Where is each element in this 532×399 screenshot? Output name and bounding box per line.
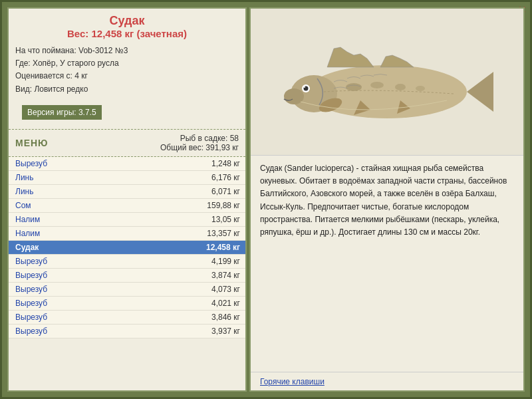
svg-marker-8 [380, 55, 414, 67]
table-row[interactable]: Вырезуб 3,846 кг [9, 311, 245, 325]
fish-list[interactable]: Вырезуб 1,248 кг Линь 6,176 кг Линь 6,07… [9, 157, 245, 390]
version-box: Версия игры: 3.7.5 [22, 105, 102, 120]
hotkeys-link[interactable]: Горячие клавиши [260, 377, 325, 386]
fish-item-weight: 3,846 кг [211, 313, 240, 322]
fish-item-weight: 6,071 кг [211, 187, 240, 196]
left-panel: Судак Вес: 12,458 кг (зачетная) На что п… [7, 7, 247, 392]
svg-point-6 [304, 86, 305, 88]
fish-item-weight: 6,176 кг [211, 173, 240, 182]
fish-details: На что поймана: Vob-3012 №3 Где: Хопёр, … [9, 42, 245, 101]
fish-count: Рыб в садке: 58 [160, 134, 239, 143]
table-row[interactable]: Вырезуб 4,073 кг [9, 283, 245, 297]
hotkeys-link-area: Горячие клавиши [251, 372, 523, 390]
fish-stats: Рыб в садке: 58 Общий вес: 391,93 кг [160, 134, 239, 152]
fish-item-name: Судак [15, 243, 39, 252]
fish-item-name: Вырезуб [15, 285, 47, 294]
svg-point-12 [346, 83, 362, 91]
svg-marker-7 [327, 47, 374, 67]
fish-item-name: Вырезуб [15, 299, 47, 308]
detail-bait: На что поймана: Vob-3012 №3 [15, 45, 239, 57]
fish-item-weight: 13,357 кг [207, 229, 240, 238]
fish-item-weight: 13,05 кг [211, 215, 240, 224]
menu-label[interactable]: МЕНЮ [15, 138, 49, 148]
fish-item-name: Вырезуб [15, 327, 47, 336]
table-row[interactable]: Вырезуб 4,199 кг [9, 255, 245, 269]
table-row[interactable]: Вырезуб 3,937 кг [9, 325, 245, 338]
detail-frequency: Вид: Ловится редко [15, 83, 239, 96]
svg-point-13 [370, 82, 384, 88]
table-row[interactable]: Сом 159,88 кг [9, 199, 245, 213]
total-weight: Общий вес: 391,93 кг [160, 143, 239, 152]
table-row[interactable]: Судак 12,458 кг [9, 241, 245, 255]
fish-item-name: Сом [15, 201, 31, 210]
fish-list-container: Вырезуб 1,248 кг Линь 6,176 кг Линь 6,07… [9, 157, 245, 390]
fish-name: Судак [15, 14, 239, 28]
fish-item-name: Вырезуб [15, 159, 47, 168]
main-window: ✕ Судак Вес: 12,458 кг (зачетная) На что… [0, 0, 532, 399]
fish-item-weight: 159,88 кг [207, 201, 240, 210]
fish-item-weight: 1,248 кг [211, 159, 240, 168]
fish-description: Судак (Sander lucioperca) - стайная хищн… [251, 155, 523, 372]
fish-item-weight: 12,458 кг [206, 243, 240, 252]
fish-item-name: Вырезуб [15, 313, 47, 322]
fish-item-name: Линь [15, 173, 33, 182]
fish-image [274, 22, 500, 142]
svg-marker-1 [467, 72, 493, 112]
fish-image-area [251, 9, 523, 155]
fish-item-weight: 3,937 кг [211, 327, 240, 336]
fish-item-name: Налим [15, 229, 40, 238]
table-row[interactable]: Вырезуб 4,021 кг [9, 297, 245, 311]
fish-item-name: Налим [15, 215, 40, 224]
fish-item-weight: 3,874 кг [211, 271, 240, 280]
fish-title-area: Судак Вес: 12,458 кг (зачетная) [9, 9, 245, 42]
detail-min-weight: Оценивается с: 4 кг [15, 70, 239, 82]
table-row[interactable]: Линь 6,071 кг [9, 185, 245, 199]
fish-item-name: Линь [15, 187, 33, 196]
svg-point-14 [395, 84, 406, 90]
fish-item-name: Вырезуб [15, 257, 47, 266]
table-row[interactable]: Линь 6,176 кг [9, 171, 245, 185]
table-row[interactable]: Вырезуб 1,248 кг [9, 157, 245, 171]
fish-item-name: Вырезуб [15, 271, 47, 280]
fish-item-weight: 4,021 кг [211, 299, 240, 308]
menu-header: МЕНЮ Рыб в садке: 58 Общий вес: 391,93 к… [9, 129, 245, 157]
table-row[interactable]: Налим 13,357 кг [9, 227, 245, 241]
fish-item-weight: 4,073 кг [211, 285, 240, 294]
svg-point-15 [416, 86, 425, 91]
table-row[interactable]: Налим 13,05 кг [9, 213, 245, 227]
detail-location: Где: Хопёр, У старого русла [15, 57, 239, 70]
table-row[interactable]: Вырезуб 3,874 кг [9, 269, 245, 283]
fish-weight-main: Вес: 12,458 кг (зачетная) [15, 28, 239, 39]
right-panel: Судак (Sander lucioperca) - стайная хищн… [249, 7, 525, 392]
fish-item-weight: 4,199 кг [211, 257, 240, 266]
